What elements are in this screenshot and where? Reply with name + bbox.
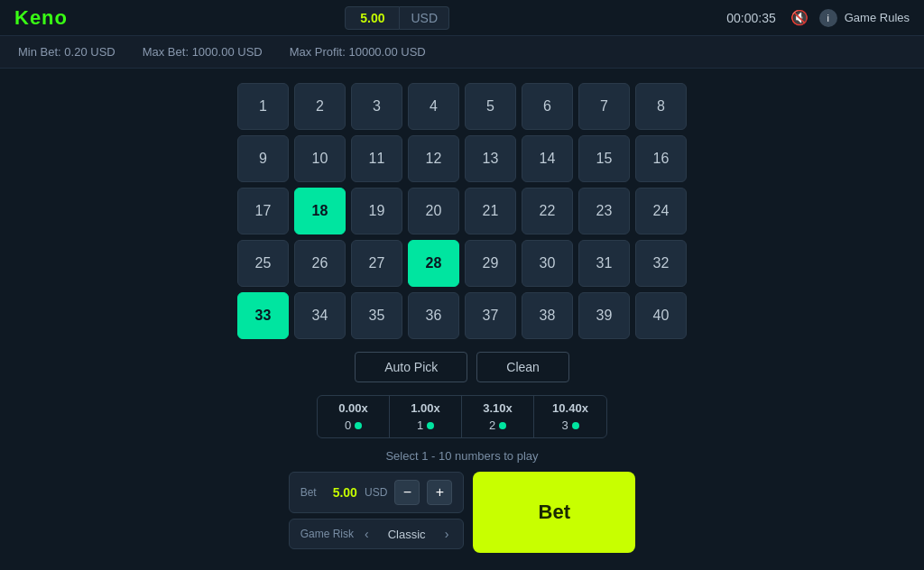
keno-cell-34[interactable]: 34: [294, 292, 346, 339]
header-bet-amount: 5.00: [345, 6, 400, 30]
keno-cell-31[interactable]: 31: [578, 240, 630, 287]
keno-cell-21[interactable]: 21: [465, 188, 516, 234]
header-right: 00:00:35 🔇 i Game Rules: [726, 5, 910, 30]
keno-cell-14[interactable]: 14: [522, 135, 573, 182]
bet-currency-label: USD: [365, 486, 387, 499]
sound-icon[interactable]: 🔇: [787, 5, 812, 30]
payout-multiplier-3: 10.40x: [552, 401, 588, 415]
select-instruction: Select 1 - 10 numbers to play: [385, 449, 538, 463]
header-center: 5.00 USD: [345, 6, 449, 30]
keno-cell-13[interactable]: 13: [465, 135, 516, 182]
keno-cell-11[interactable]: 11: [351, 135, 402, 182]
payout-col-3: 10.40x3: [534, 396, 606, 437]
keno-cell-29[interactable]: 29: [465, 240, 516, 287]
max-bet-value: 1000.00 USD: [192, 45, 263, 59]
keno-cell-40[interactable]: 40: [635, 292, 687, 339]
bottom-panel: Bet 5.00 USD − + Game Risk ‹ Classic › B…: [289, 472, 636, 553]
min-bet-label: Min Bet: 0.20 USD: [18, 45, 116, 59]
keno-cell-36[interactable]: 36: [408, 292, 459, 339]
keno-cell-32[interactable]: 32: [635, 240, 687, 287]
bet-info-bar: Min Bet: 0.20 USD Max Bet: 1000.00 USD M…: [0, 36, 924, 69]
action-buttons: Auto Pick Clean: [355, 352, 569, 382]
keno-cell-5[interactable]: 5: [465, 83, 516, 130]
keno-cell-38[interactable]: 38: [522, 292, 573, 339]
keno-cell-25[interactable]: 25: [237, 240, 289, 287]
keno-cell-35[interactable]: 35: [351, 292, 402, 339]
header-icons: 🔇 i Game Rules: [787, 5, 910, 30]
game-area: 1234567891011121314151617181920212223242…: [0, 69, 924, 568]
keno-cell-1[interactable]: 1: [237, 83, 289, 130]
bet-value: 5.00: [333, 485, 357, 500]
payout-multiplier-1: 1.00x: [411, 401, 440, 415]
max-profit-value: 10000.00 USD: [348, 45, 425, 59]
keno-cell-28[interactable]: 28: [408, 240, 459, 287]
keno-cell-16[interactable]: 16: [635, 135, 687, 182]
keno-cell-8[interactable]: 8: [635, 83, 687, 130]
payout-col-1: 1.00x1: [390, 396, 462, 437]
keno-cell-9[interactable]: 9: [237, 135, 289, 182]
controls-section: Bet 5.00 USD − + Game Risk ‹ Classic ›: [289, 472, 465, 553]
keno-cell-3[interactable]: 3: [351, 83, 402, 130]
timer-display: 00:00:35: [726, 11, 776, 25]
keno-grid: 1234567891011121314151617181920212223242…: [237, 83, 687, 339]
payout-count-1: 1: [417, 418, 434, 432]
keno-cell-26[interactable]: 26: [294, 240, 346, 287]
payout-count-3: 3: [561, 418, 578, 432]
clean-button[interactable]: Clean: [476, 352, 569, 382]
keno-cell-10[interactable]: 10: [294, 135, 346, 182]
payout-count-0: 0: [345, 418, 362, 432]
risk-label: Game Risk: [300, 528, 354, 540]
header: Keno 5.00 USD 00:00:35 🔇 i Game Rules: [0, 0, 924, 36]
keno-cell-18[interactable]: 18: [294, 188, 346, 234]
bet-button[interactable]: Bet: [473, 472, 635, 553]
keno-cell-2[interactable]: 2: [294, 83, 346, 130]
payout-dot-3: [572, 422, 579, 429]
payout-table: 0.00x0 1.00x1 3.10x2 10.40x3: [317, 395, 607, 438]
keno-cell-6[interactable]: 6: [522, 83, 573, 130]
keno-cell-20[interactable]: 20: [408, 188, 459, 234]
bet-row: Bet 5.00 USD − +: [289, 472, 465, 513]
auto-pick-button[interactable]: Auto Pick: [355, 352, 467, 382]
payout-col-0: 0.00x0: [318, 396, 390, 437]
risk-next-button[interactable]: ›: [441, 527, 453, 541]
payout-dot-1: [427, 422, 434, 429]
bet-label: Bet: [300, 486, 326, 499]
keno-cell-12[interactable]: 12: [408, 135, 459, 182]
risk-prev-button[interactable]: ‹: [361, 527, 373, 541]
keno-cell-22[interactable]: 22: [522, 188, 573, 234]
keno-cell-17[interactable]: 17: [237, 188, 289, 234]
keno-cell-24[interactable]: 24: [635, 188, 687, 234]
keno-cell-15[interactable]: 15: [578, 135, 630, 182]
risk-row: Game Risk ‹ Classic ›: [289, 519, 465, 549]
keno-cell-19[interactable]: 19: [351, 188, 402, 234]
increase-button[interactable]: +: [427, 480, 452, 505]
keno-cell-7[interactable]: 7: [578, 83, 630, 130]
min-bet-value: 0.20 USD: [64, 45, 115, 59]
max-profit-label: Max Profit: 10000.00 USD: [290, 45, 426, 59]
payout-dot-2: [499, 422, 506, 429]
header-currency: USD: [400, 6, 449, 30]
payout-col-2: 3.10x2: [462, 396, 534, 437]
max-bet-label: Max Bet: 1000.00 USD: [143, 45, 263, 59]
risk-value: Classic: [380, 528, 434, 541]
payout-multiplier-0: 0.00x: [338, 401, 368, 415]
game-rules-icon: i: [819, 9, 837, 27]
keno-cell-4[interactable]: 4: [408, 83, 459, 130]
main-content: 1234567891011121314151617181920212223242…: [0, 69, 924, 568]
keno-cell-33[interactable]: 33: [237, 292, 289, 339]
keno-cell-39[interactable]: 39: [578, 292, 630, 339]
game-rules-button[interactable]: Game Rules: [845, 11, 910, 24]
decrease-button[interactable]: −: [394, 480, 420, 505]
keno-cell-30[interactable]: 30: [522, 240, 573, 287]
payout-count-2: 2: [489, 418, 506, 432]
payout-dot-0: [355, 422, 362, 429]
keno-cell-23[interactable]: 23: [578, 188, 630, 234]
payout-multiplier-2: 3.10x: [483, 401, 513, 415]
keno-cell-27[interactable]: 27: [351, 240, 402, 287]
keno-cell-37[interactable]: 37: [465, 292, 516, 339]
logo: Keno: [14, 6, 68, 30]
